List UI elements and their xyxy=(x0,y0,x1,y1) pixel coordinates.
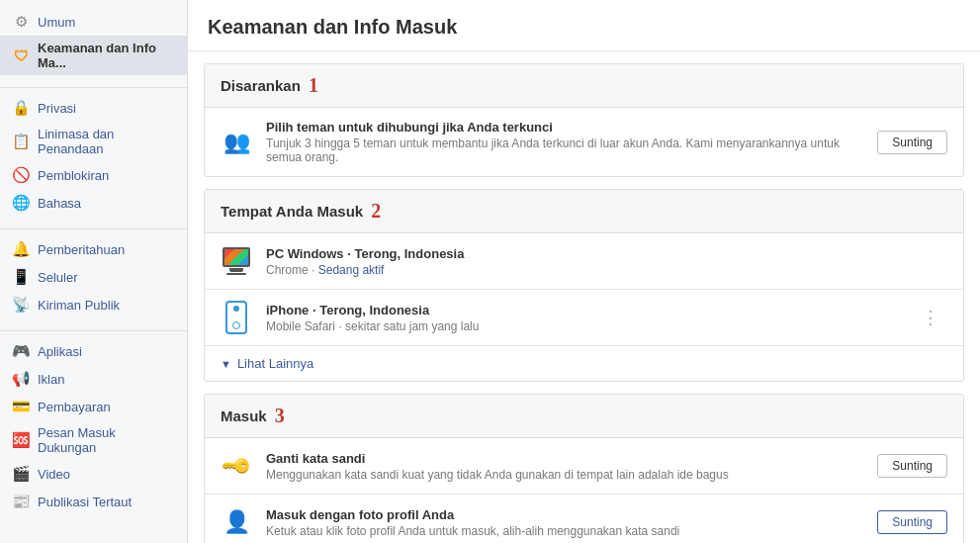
gear-icon: ⚙ xyxy=(12,13,30,31)
section-title-disarankan: Disarankan xyxy=(221,77,301,94)
divider xyxy=(0,228,187,229)
sidebar-item-bahasa[interactable]: 🌐 Bahasa xyxy=(0,189,187,217)
dot-separator: · xyxy=(312,263,318,277)
sidebar-group-privacy: 🔒 Privasi 📋 Linimasa dan Penandaan 🚫 Pem… xyxy=(0,94,187,217)
list-item: iPhone · Terong, Indonesia Mobile Safari… xyxy=(205,290,963,346)
payment-icon: 💳 xyxy=(12,398,30,415)
more-options-button[interactable]: ⋮ xyxy=(914,303,947,332)
item-title-pc-windows: PC Windows · Terong, Indonesia xyxy=(266,246,947,261)
item-subtitle-iphone: Mobile Safari · sekitar satu jam yang la… xyxy=(266,319,900,333)
list-item: 👤 Masuk dengan foto profil Anda Ketuk at… xyxy=(205,495,963,543)
divider xyxy=(0,330,187,331)
item-content-pilih-teman: Pilih teman untuk dihubungi jika Anda te… xyxy=(266,120,863,164)
sidebar-item-video[interactable]: 🎬 Video xyxy=(0,460,187,488)
item-subtitle-ganti-kata-sandi: Menggunakan kata sandi kuat yang tidak A… xyxy=(266,468,863,482)
sidebar-item-iklan[interactable]: 📢 Iklan xyxy=(0,365,187,393)
sidebar-item-label: Bahasa xyxy=(38,196,81,211)
sidebar-group-apps: 🎮 Aplikasi 📢 Iklan 💳 Pembayaran 🆘 Pesan … xyxy=(0,337,187,515)
sidebar-item-pesan-masuk-dukungan[interactable]: 🆘 Pesan Masuk Dukungan xyxy=(0,420,187,460)
page-title: Keamanan dan Info Masuk xyxy=(188,0,980,51)
sidebar-item-label: Publikasi Tertaut xyxy=(38,495,132,509)
public-post-icon: 📡 xyxy=(12,296,30,314)
iphone-home xyxy=(232,321,240,329)
item-subtitle-masuk-foto-profil: Ketuk atau klik foto profil Anda untuk m… xyxy=(266,524,863,538)
bell-icon: 🔔 xyxy=(12,240,30,258)
sidebar-group-notifications: 🔔 Pemberitahuan 📱 Seluler 📡 Kiriman Publ… xyxy=(0,235,187,318)
apps-icon: 🎮 xyxy=(12,342,30,360)
sidebar-item-linimasa[interactable]: 📋 Linimasa dan Penandaan xyxy=(0,122,187,161)
chevron-down-icon: ▼ xyxy=(221,358,231,370)
sidebar-item-label: Seluler xyxy=(38,270,77,285)
item-title-masuk-foto-profil: Masuk dengan foto profil Anda xyxy=(266,507,863,522)
list-item: 🔑 Ganti kata sandi Menggunakan kata sand… xyxy=(205,438,963,495)
sidebar-item-label: Linimasa dan Penandaan xyxy=(38,127,175,156)
section-header-disarankan: Disarankan 1 xyxy=(205,64,963,108)
support-icon: 🆘 xyxy=(12,431,30,449)
section-title-masuk: Masuk xyxy=(221,407,267,424)
sidebar-item-label: Pembayaran xyxy=(38,400,111,414)
item-content-masuk-foto-profil: Masuk dengan foto profil Anda Ketuk atau… xyxy=(266,507,863,538)
sunting-button-ganti-kata-sandi[interactable]: Sunting xyxy=(877,454,947,478)
item-subtitle-pilih-teman: Tunjuk 3 hingga 5 teman untuk membantu j… xyxy=(266,136,863,164)
browser-label-iphone: Mobile Safari xyxy=(266,319,335,333)
list-item: 👥 Pilih teman untuk dihubungi jika Anda … xyxy=(205,108,963,176)
pc-icon xyxy=(221,245,252,277)
shield-icon: 🛡 xyxy=(12,46,30,64)
see-more-label: Lihat Lainnya xyxy=(237,356,313,371)
sidebar-item-label: Aplikasi xyxy=(38,344,82,359)
section-disarankan: Disarankan 1 👥 Pilih teman untuk dihubun… xyxy=(204,63,964,177)
sidebar-item-label: Video xyxy=(38,467,70,482)
sidebar-item-label: Privasi xyxy=(38,101,76,116)
sidebar-item-label: Umum xyxy=(38,15,75,30)
section-title-tempat-masuk: Tempat Anda Masuk xyxy=(221,203,363,220)
sidebar-item-pemberitahuan[interactable]: 🔔 Pemberitahuan xyxy=(0,235,187,263)
sidebar-item-keamanan[interactable]: 🛡 Keamanan dan Info Ma... xyxy=(0,36,187,75)
section-masuk: Masuk 3 🔑 Ganti kata sandi Menggunakan k… xyxy=(204,394,964,543)
time-ago-iphone: sekitar satu jam yang lalu xyxy=(345,319,479,333)
lock-icon: 🔒 xyxy=(12,99,30,117)
profile-photo-icon: 👤 xyxy=(221,506,252,538)
block-icon: 🚫 xyxy=(12,166,30,184)
timeline-icon: 📋 xyxy=(12,133,30,150)
sidebar-item-label: Iklan xyxy=(38,372,64,387)
sidebar-item-pemblokiran[interactable]: 🚫 Pemblokiran xyxy=(0,161,187,189)
sidebar-item-aplikasi[interactable]: 🎮 Aplikasi xyxy=(0,337,187,365)
people-icon: 👥 xyxy=(221,127,252,158)
sidebar-item-label: Kiriman Publik xyxy=(38,298,120,313)
linked-publication-icon: 📰 xyxy=(12,493,30,510)
section-number-3: 3 xyxy=(275,405,285,427)
sidebar-item-seluler[interactable]: 📱 Seluler xyxy=(0,263,187,291)
item-title-ganti-kata-sandi: Ganti kata sandi xyxy=(266,451,863,466)
item-title-pilih-teman: Pilih teman untuk dihubungi jika Anda te… xyxy=(266,120,863,135)
sidebar-item-publikasi-tertaut[interactable]: 📰 Publikasi Tertaut xyxy=(0,488,187,515)
item-subtitle-pc-windows: Chrome · Sedang aktif xyxy=(266,263,947,277)
sidebar-item-umum[interactable]: ⚙ Umum xyxy=(0,8,187,36)
item-content-pc-windows: PC Windows · Terong, Indonesia Chrome · … xyxy=(266,246,947,277)
iphone-speaker xyxy=(233,306,239,312)
active-status: Sedang aktif xyxy=(318,263,385,277)
section-number-2: 2 xyxy=(371,200,381,223)
language-icon: 🌐 xyxy=(12,194,30,212)
sidebar-item-label: Pemblokiran xyxy=(38,168,109,183)
iphone-icon xyxy=(221,302,252,333)
list-item: PC Windows · Terong, Indonesia Chrome · … xyxy=(205,233,963,290)
sidebar-item-label: Pemberitahuan xyxy=(38,242,125,257)
sidebar-item-kiriman-publik[interactable]: 📡 Kiriman Publik xyxy=(0,291,187,318)
sidebar-item-label: Pesan Masuk Dukungan xyxy=(38,425,175,455)
key-icon: 🔑 xyxy=(221,450,252,482)
section-header-masuk: Masuk 3 xyxy=(205,395,963,438)
sunting-button-masuk-foto-profil[interactable]: Sunting xyxy=(877,510,947,534)
sidebar-group-main: ⚙ Umum 🛡 Keamanan dan Info Ma... xyxy=(0,8,187,75)
section-number-1: 1 xyxy=(309,74,318,97)
main-content: Keamanan dan Info Masuk Disarankan 1 👥 P… xyxy=(188,0,980,543)
see-more-button[interactable]: ▼ Lihat Lainnya xyxy=(205,346,963,381)
item-content-ganti-kata-sandi: Ganti kata sandi Menggunakan kata sandi … xyxy=(266,451,863,482)
section-header-tempat-masuk: Tempat Anda Masuk 2 xyxy=(205,190,963,233)
item-title-iphone: iPhone · Terong, Indonesia xyxy=(266,303,900,317)
sunting-button-pilih-teman[interactable]: Sunting xyxy=(877,131,947,154)
sidebar-item-privasi[interactable]: 🔒 Privasi xyxy=(0,94,187,122)
section-tempat-masuk: Tempat Anda Masuk 2 PC Windows · Terong,… xyxy=(204,189,964,382)
sidebar-item-pembayaran[interactable]: 💳 Pembayaran xyxy=(0,393,187,420)
ads-icon: 📢 xyxy=(12,370,30,388)
mobile-icon: 📱 xyxy=(12,268,30,286)
